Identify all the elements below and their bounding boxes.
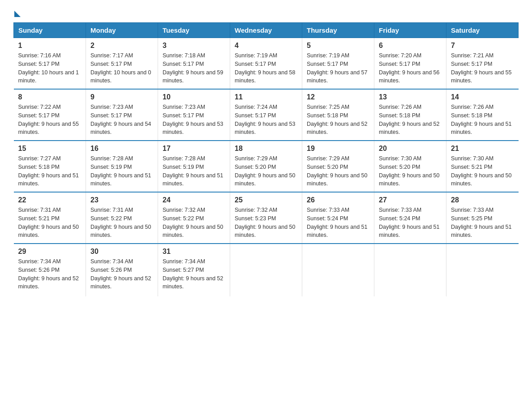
- sunset-label: Sunset: 5:17 PM: [90, 112, 132, 119]
- calendar-cell: [374, 244, 446, 296]
- daylight-label: Daylight: 9 hours and 52 minutes.: [18, 275, 79, 290]
- day-info: Sunrise: 7:22 AM Sunset: 5:17 PM Dayligh…: [18, 103, 82, 137]
- calendar-cell: 17 Sunrise: 7:28 AM Sunset: 5:19 PM Dayl…: [158, 141, 230, 192]
- day-info: Sunrise: 7:33 AM Sunset: 5:24 PM Dayligh…: [307, 206, 369, 240]
- sunrise-label: Sunrise: 7:28 AM: [163, 155, 205, 162]
- sunset-label: Sunset: 5:23 PM: [235, 215, 276, 222]
- day-info: Sunrise: 7:19 AM Sunset: 5:17 PM Dayligh…: [235, 51, 297, 85]
- day-info: Sunrise: 7:29 AM Sunset: 5:20 PM Dayligh…: [235, 154, 297, 188]
- sunrise-label: Sunrise: 7:29 AM: [235, 155, 277, 162]
- daylight-label: Daylight: 10 hours and 1 minute.: [18, 69, 79, 84]
- daylight-label: Daylight: 9 hours and 55 minutes.: [451, 69, 512, 84]
- calendar-cell: [446, 244, 519, 296]
- daylight-label: Daylight: 9 hours and 50 minutes.: [235, 224, 296, 239]
- day-info: Sunrise: 7:16 AM Sunset: 5:17 PM Dayligh…: [18, 51, 82, 85]
- day-number: 27: [379, 196, 442, 204]
- sunset-label: Sunset: 5:18 PM: [18, 164, 60, 170]
- day-info: Sunrise: 7:27 AM Sunset: 5:18 PM Dayligh…: [18, 154, 82, 188]
- day-info: Sunrise: 7:26 AM Sunset: 5:18 PM Dayligh…: [379, 103, 442, 137]
- day-number: 17: [163, 145, 225, 153]
- header-cell-sunday: Sunday: [14, 23, 86, 38]
- daylight-label: Daylight: 9 hours and 51 minutes.: [379, 224, 440, 239]
- sunset-label: Sunset: 5:17 PM: [18, 112, 60, 119]
- day-number: 10: [163, 93, 225, 101]
- day-info: Sunrise: 7:24 AM Sunset: 5:17 PM Dayligh…: [235, 103, 297, 137]
- day-number: 8: [18, 93, 82, 101]
- sunset-label: Sunset: 5:20 PM: [307, 164, 348, 170]
- day-number: 11: [235, 93, 297, 101]
- day-info: Sunrise: 7:26 AM Sunset: 5:18 PM Dayligh…: [451, 103, 514, 137]
- daylight-label: Daylight: 9 hours and 52 minutes.: [163, 275, 223, 290]
- daylight-label: Daylight: 9 hours and 52 minutes.: [90, 275, 151, 290]
- day-number: 19: [307, 145, 369, 153]
- day-number: 20: [379, 145, 442, 153]
- calendar-cell: 31 Sunrise: 7:34 AM Sunset: 5:27 PM Dayl…: [158, 244, 230, 296]
- sunset-label: Sunset: 5:26 PM: [90, 267, 132, 273]
- calendar-cell: 15 Sunrise: 7:27 AM Sunset: 5:18 PM Dayl…: [14, 141, 86, 192]
- calendar-cell: 8 Sunrise: 7:22 AM Sunset: 5:17 PM Dayli…: [14, 89, 86, 141]
- calendar-cell: 26 Sunrise: 7:33 AM Sunset: 5:24 PM Dayl…: [302, 192, 374, 244]
- daylight-label: Daylight: 9 hours and 51 minutes.: [163, 172, 223, 187]
- day-info: Sunrise: 7:33 AM Sunset: 5:24 PM Dayligh…: [379, 206, 442, 240]
- sunrise-label: Sunrise: 7:19 AM: [235, 52, 277, 59]
- sunrise-label: Sunrise: 7:26 AM: [379, 104, 421, 110]
- day-number: 29: [18, 248, 82, 256]
- daylight-label: Daylight: 9 hours and 53 minutes.: [235, 121, 296, 136]
- sunset-label: Sunset: 5:19 PM: [90, 164, 132, 170]
- daylight-label: Daylight: 9 hours and 51 minutes.: [307, 224, 368, 239]
- day-number: 1: [18, 42, 82, 50]
- sunrise-label: Sunrise: 7:29 AM: [307, 155, 349, 162]
- calendar-cell: 12 Sunrise: 7:25 AM Sunset: 5:18 PM Dayl…: [302, 89, 374, 141]
- sunset-label: Sunset: 5:21 PM: [451, 164, 492, 170]
- calendar-cell: 1 Sunrise: 7:16 AM Sunset: 5:17 PM Dayli…: [14, 38, 86, 90]
- day-info: Sunrise: 7:28 AM Sunset: 5:19 PM Dayligh…: [90, 154, 153, 188]
- day-info: Sunrise: 7:32 AM Sunset: 5:23 PM Dayligh…: [235, 206, 297, 240]
- daylight-label: Daylight: 9 hours and 52 minutes.: [379, 121, 440, 136]
- day-info: Sunrise: 7:30 AM Sunset: 5:21 PM Dayligh…: [451, 154, 514, 188]
- week-row-4: 22 Sunrise: 7:31 AM Sunset: 5:21 PM Dayl…: [14, 192, 519, 244]
- sunset-label: Sunset: 5:17 PM: [235, 112, 276, 119]
- calendar-cell: 18 Sunrise: 7:29 AM Sunset: 5:20 PM Dayl…: [230, 141, 302, 192]
- calendar-cell: 10 Sunrise: 7:23 AM Sunset: 5:17 PM Dayl…: [158, 89, 230, 141]
- daylight-label: Daylight: 9 hours and 51 minutes.: [90, 172, 151, 187]
- logo: [13, 9, 21, 15]
- calendar-cell: 3 Sunrise: 7:18 AM Sunset: 5:17 PM Dayli…: [158, 38, 230, 90]
- sunrise-label: Sunrise: 7:33 AM: [451, 207, 493, 213]
- week-row-1: 1 Sunrise: 7:16 AM Sunset: 5:17 PM Dayli…: [14, 38, 519, 90]
- sunset-label: Sunset: 5:24 PM: [307, 215, 348, 222]
- calendar-cell: 14 Sunrise: 7:26 AM Sunset: 5:18 PM Dayl…: [446, 89, 519, 141]
- daylight-label: Daylight: 9 hours and 51 minutes.: [451, 121, 512, 136]
- sunrise-label: Sunrise: 7:32 AM: [163, 207, 205, 213]
- day-info: Sunrise: 7:23 AM Sunset: 5:17 PM Dayligh…: [163, 103, 225, 137]
- sunset-label: Sunset: 5:19 PM: [163, 164, 204, 170]
- sunset-label: Sunset: 5:17 PM: [163, 61, 204, 67]
- day-info: Sunrise: 7:29 AM Sunset: 5:20 PM Dayligh…: [307, 154, 369, 188]
- day-number: 23: [90, 196, 153, 204]
- day-info: Sunrise: 7:25 AM Sunset: 5:18 PM Dayligh…: [307, 103, 369, 137]
- calendar-cell: 25 Sunrise: 7:32 AM Sunset: 5:23 PM Dayl…: [230, 192, 302, 244]
- day-number: 4: [235, 42, 297, 50]
- sunrise-label: Sunrise: 7:30 AM: [379, 155, 421, 162]
- calendar-cell: 21 Sunrise: 7:30 AM Sunset: 5:21 PM Dayl…: [446, 141, 519, 192]
- day-number: 13: [379, 93, 442, 101]
- header-cell-wednesday: Wednesday: [230, 23, 302, 38]
- day-info: Sunrise: 7:18 AM Sunset: 5:17 PM Dayligh…: [163, 51, 225, 85]
- calendar-cell: 19 Sunrise: 7:29 AM Sunset: 5:20 PM Dayl…: [302, 141, 374, 192]
- day-number: 24: [163, 196, 225, 204]
- daylight-label: Daylight: 9 hours and 51 minutes.: [18, 172, 79, 187]
- daylight-label: Daylight: 9 hours and 50 minutes.: [379, 172, 440, 187]
- calendar-cell: 24 Sunrise: 7:32 AM Sunset: 5:22 PM Dayl…: [158, 192, 230, 244]
- daylight-label: Daylight: 9 hours and 50 minutes.: [90, 224, 151, 239]
- day-info: Sunrise: 7:34 AM Sunset: 5:26 PM Dayligh…: [18, 257, 82, 291]
- sunset-label: Sunset: 5:17 PM: [235, 61, 276, 67]
- calendar-cell: 28 Sunrise: 7:33 AM Sunset: 5:25 PM Dayl…: [446, 192, 519, 244]
- daylight-label: Daylight: 9 hours and 58 minutes.: [235, 69, 296, 84]
- calendar-cell: 7 Sunrise: 7:21 AM Sunset: 5:17 PM Dayli…: [446, 38, 519, 90]
- sunset-label: Sunset: 5:17 PM: [379, 61, 420, 67]
- sunset-label: Sunset: 5:25 PM: [451, 215, 492, 222]
- calendar-cell: 20 Sunrise: 7:30 AM Sunset: 5:20 PM Dayl…: [374, 141, 446, 192]
- day-number: 26: [307, 196, 369, 204]
- sunrise-label: Sunrise: 7:24 AM: [235, 104, 277, 110]
- calendar-cell: 23 Sunrise: 7:31 AM Sunset: 5:22 PM Dayl…: [86, 192, 158, 244]
- daylight-label: Daylight: 9 hours and 50 minutes.: [451, 172, 512, 187]
